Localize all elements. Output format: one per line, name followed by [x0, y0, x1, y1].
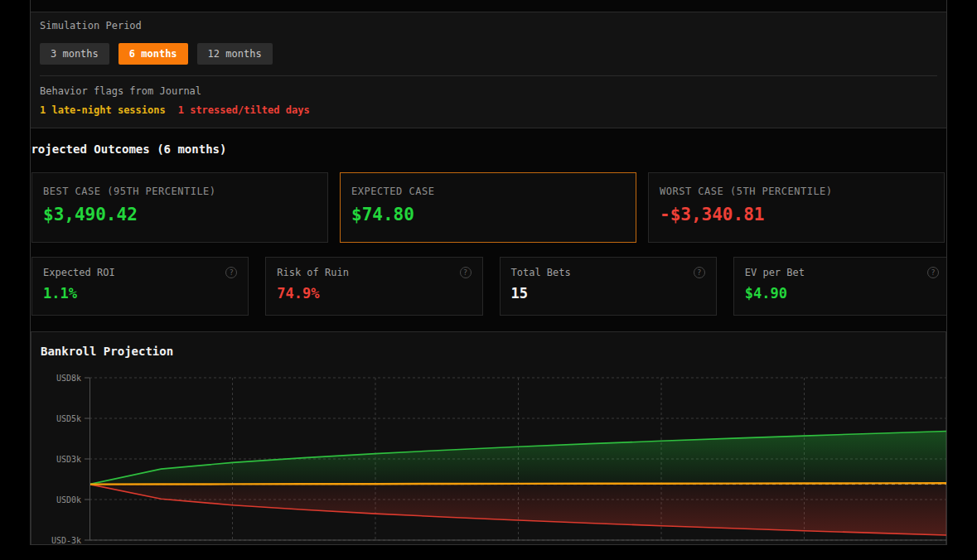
metric-header: Risk of Ruin ?: [277, 267, 471, 278]
expected-case-card: EXPECTED CASE $74.80: [340, 172, 636, 243]
simulator-panel: Simulation Period 3 months 6 months 12 m…: [30, 0, 947, 545]
simulation-settings-panel: Simulation Period 3 months 6 months 12 m…: [31, 12, 946, 128]
metric-header: Expected ROI ?: [43, 267, 237, 278]
bankroll-projection-panel: Bankroll Projection USD8kUSD5kUSD3kUSD0k…: [31, 331, 946, 545]
total-bets-label: Total Bets: [511, 267, 571, 278]
period-button-group: 3 months 6 months 12 months: [40, 43, 937, 65]
section-divider: [40, 75, 937, 76]
period-button-6-months[interactable]: 6 months: [118, 43, 188, 65]
risk-of-ruin-value: 74.9%: [277, 285, 471, 302]
ev-per-bet-value: $4.90: [745, 285, 939, 302]
behavior-flags-row: 1 late-night sessions 1 stressed/tilted …: [40, 104, 937, 116]
best-case-value: $3,490.42: [43, 205, 317, 224]
outcome-cards-row: BEST CASE (95TH PERCENTILE) $3,490.42 EX…: [31, 172, 945, 243]
help-icon[interactable]: ?: [460, 267, 472, 278]
expected-roi-card: Expected ROI ? 1.1%: [31, 257, 249, 316]
svg-text:USD5k: USD5k: [56, 414, 81, 423]
best-case-card: BEST CASE (95TH PERCENTILE) $3,490.42: [31, 172, 328, 243]
risk-of-ruin-label: Risk of Ruin: [277, 267, 349, 278]
expected-case-value: $74.80: [351, 205, 625, 224]
expected-roi-value: 1.1%: [43, 285, 237, 302]
help-icon[interactable]: ?: [225, 267, 237, 278]
chart-title: Bankroll Projection: [41, 345, 173, 358]
period-button-12-months[interactable]: 12 months: [197, 43, 273, 65]
expected-roi-label: Expected ROI: [43, 267, 115, 278]
behavior-flags-label: Behavior flags from Journal: [40, 85, 937, 97]
metric-header: Total Bets ?: [511, 267, 705, 278]
period-button-3-months[interactable]: 3 months: [40, 43, 109, 65]
late-night-sessions-flag: 1 late-night sessions: [40, 104, 166, 116]
svg-text:USD8k: USD8k: [56, 374, 81, 383]
best-case-label: BEST CASE (95TH PERCENTILE): [43, 186, 317, 197]
ev-per-bet-card: EV per Bet ? $4.90: [733, 257, 947, 316]
total-bets-value: 15: [511, 285, 705, 302]
simulation-period-label: Simulation Period: [40, 20, 937, 31]
worst-case-value: -$3,340.81: [660, 205, 933, 224]
risk-of-ruin-card: Risk of Ruin ? 74.9%: [265, 257, 482, 316]
metric-cards-row: Expected ROI ? 1.1% Risk of Ruin ? 74.9%…: [31, 257, 947, 316]
svg-text:USD-3k: USD-3k: [51, 536, 81, 545]
svg-text:USD0k: USD0k: [56, 495, 81, 504]
worst-case-label: WORST CASE (5TH PERCENTILE): [660, 186, 933, 197]
projected-outcomes-heading: Projected Outcomes (6 months): [31, 142, 226, 156]
svg-text:USD3k: USD3k: [56, 455, 81, 464]
stressed-tilted-days-flag: 1 stressed/tilted days: [178, 104, 310, 116]
help-icon[interactable]: ?: [694, 267, 705, 278]
metric-header: EV per Bet ?: [745, 267, 939, 278]
help-icon[interactable]: ?: [927, 267, 939, 278]
ev-per-bet-label: EV per Bet: [745, 267, 805, 278]
worst-case-card: WORST CASE (5TH PERCENTILE) -$3,340.81: [648, 172, 945, 243]
bankroll-projection-chart: USD8kUSD5kUSD3kUSD0kUSD-3k: [89, 378, 947, 540]
expected-case-label: EXPECTED CASE: [351, 186, 625, 197]
total-bets-card: Total Bets ? 15: [500, 257, 717, 316]
